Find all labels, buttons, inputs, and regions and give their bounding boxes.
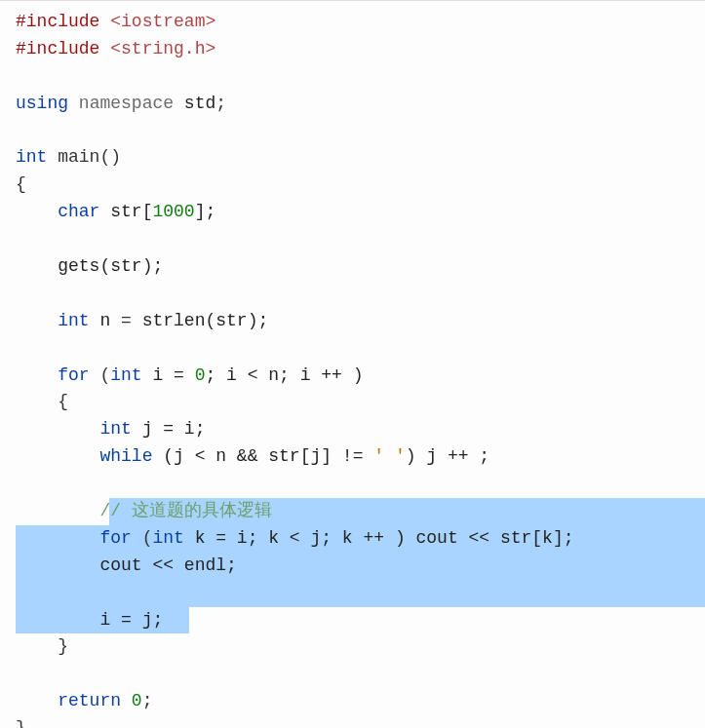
parens: () — [99, 147, 121, 167]
code-line: gets(str); — [16, 253, 705, 281]
code-block: #include <iostream>#include <string.h> u… — [0, 0, 705, 728]
code-line — [16, 226, 705, 253]
code-line: #include <string.h> — [16, 36, 705, 63]
code-line-highlighted: cout << endl; — [16, 553, 705, 580]
code-line: { — [16, 389, 705, 416]
code-line-highlighted — [16, 580, 705, 607]
ident: (j < n && str[j] != — [152, 446, 373, 466]
brace: { — [16, 174, 26, 194]
code-line-highlighted: i = j; — [16, 607, 705, 634]
code-line — [16, 661, 705, 688]
ident: i = — [142, 365, 195, 385]
type-int: int — [16, 147, 47, 167]
number: 0 — [132, 691, 142, 710]
preproc-directive: #include — [16, 12, 99, 31]
type-int: int — [99, 419, 131, 439]
kw-for: for — [99, 528, 131, 548]
code-line: } — [16, 715, 705, 728]
code-line: // 这道题的具体逻辑 — [16, 498, 705, 525]
kw-using: using — [16, 94, 68, 113]
code-line: #include <iostream> — [16, 9, 705, 36]
func-main: main — [58, 147, 99, 167]
space — [121, 691, 132, 710]
number: 1000 — [152, 202, 194, 221]
kw-for: for — [58, 365, 89, 385]
code-line — [16, 471, 705, 498]
type-char: char — [58, 202, 99, 221]
code-line: for (int i = 0; i < n; i ++ ) — [16, 363, 705, 390]
include-path: <iostream> — [110, 12, 215, 31]
code-pre: #include <iostream>#include <string.h> u… — [16, 9, 705, 728]
brace: } — [16, 718, 26, 728]
include-path: <string.h> — [110, 39, 215, 58]
ident: n — [90, 311, 121, 330]
ident: ]; — [195, 202, 216, 221]
comment: // 这道题的具体逻辑 — [99, 501, 271, 520]
code-line: int n = strlen(str); — [16, 308, 705, 335]
type-int: int — [152, 528, 183, 548]
brace: { — [58, 392, 68, 411]
paren: ( — [90, 365, 111, 385]
semicolon: ; — [215, 94, 226, 113]
kw-namespace: namespace — [79, 94, 174, 113]
type-int: int — [58, 311, 89, 330]
code-line-highlighted: for (int k = i; k < j; k ++ ) cout << st… — [16, 525, 705, 553]
brace: } — [58, 636, 68, 656]
code-line: return 0; — [16, 688, 705, 715]
kw-return: return — [58, 691, 121, 710]
ident-std: std — [184, 94, 215, 113]
code-line: using namespace std; — [16, 91, 705, 118]
ident: cout << endl; — [99, 556, 236, 575]
code-line — [16, 63, 705, 91]
ident: k = i; k < j; k ++ ) cout << str[k]; — [184, 528, 574, 548]
string-literal: ' ' — [373, 446, 405, 466]
code-line — [16, 118, 705, 145]
ident: j = i; — [132, 419, 206, 439]
code-line: } — [16, 633, 705, 661]
code-line — [16, 281, 705, 308]
ident: i = j; — [99, 610, 163, 630]
code-line: char str[1000]; — [16, 199, 705, 226]
code-line — [16, 335, 705, 363]
code-line: while (j < n && str[j] != ' ') j ++ ; — [16, 443, 705, 471]
kw-while: while — [99, 446, 152, 466]
code-line: int main() — [16, 144, 705, 172]
code-line: { — [16, 172, 705, 199]
preproc-directive: #include — [16, 39, 99, 58]
paren: ( — [132, 528, 153, 548]
ident: strlen(str); — [132, 311, 268, 330]
ident: str[ — [99, 202, 152, 221]
type-int: int — [110, 365, 141, 385]
number: 0 — [195, 365, 206, 385]
code-line: int j = i; — [16, 416, 705, 443]
op-eq: = — [121, 311, 132, 330]
call-gets: gets(str); — [58, 256, 163, 276]
semicolon: ; — [142, 691, 153, 710]
ident: ) j ++ ; — [406, 446, 490, 466]
ident: ; i < n; i ++ ) — [205, 365, 363, 385]
